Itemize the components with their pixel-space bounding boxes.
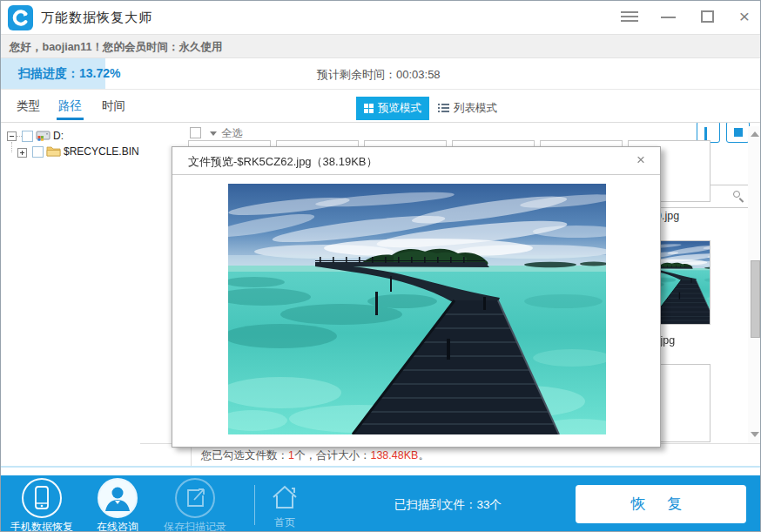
app-logo-icon [8,5,33,30]
select-all-caret-icon[interactable] [210,131,217,136]
menu-icon[interactable] [621,11,638,23]
modal-title: 文件预览-$RK5CZ62.jpg（38.19KB） [188,154,377,170]
footer-toolbar: 手机数据恢复 在线咨询 保存扫描记录 [1,475,761,532]
footer-top-line [1,466,761,468]
footer-item-label: 手机数据恢复 [9,520,75,532]
stop-icon [734,128,743,137]
footer-item-label: 保存扫描记录 [160,520,230,532]
search-icon[interactable] [733,191,744,202]
tab-path[interactable]: 路径 [58,98,82,114]
close-icon[interactable]: × [735,6,754,27]
selection-status: 您已勾选文件数：1个，合计大小：138.48KB。 [201,448,429,463]
recover-button[interactable]: 恢 复 [576,485,746,523]
footer-item-label: 在线咨询 [84,520,151,532]
status-text: 个，合计大小： [294,449,371,461]
list-view-icon [438,104,449,113]
export-icon [175,478,215,518]
scanned-count-label: 已扫描到文件：33个 [394,497,502,513]
stop-button[interactable] [726,121,750,143]
scan-progress-bar: 扫描进度：13.72% 预计剩余时间：00:03:58 [1,58,761,90]
greeting-bar: 您好，baojian11！您的会员时间：永久使用 [1,34,761,58]
preview-mode-label: 预览模式 [378,101,421,116]
phone-icon [22,478,62,518]
preview-mode-button[interactable]: 预览模式 [356,97,429,120]
footer-item-label: 首页 [262,515,307,530]
tab-time[interactable]: 时间 [102,98,125,114]
footer-item-save-scan[interactable]: 保存扫描记录 [160,478,230,532]
maximize-icon[interactable] [701,10,714,23]
tree-connector [11,142,12,152]
tree-checkbox-recycle-bin[interactable] [32,146,44,158]
tree-item-recycle-bin[interactable]: $RECYCLE.BIN [64,145,139,158]
app-title: 万能数据恢复大师 [41,10,152,26]
person-icon [98,478,138,518]
home-icon [270,484,300,510]
modal-separator [172,174,660,175]
preview-modal: 文件预览-$RK5CZ62.jpg（38.19KB） × [172,146,661,448]
folder-icon [46,145,61,157]
app-window: 万能数据恢复大师 × 您好，baojian11！您的会员时间：永久使用 扫描进度… [0,0,761,532]
tree-item-drive-d[interactable]: D: [53,130,64,142]
select-all-checkbox[interactable] [190,127,201,138]
tree-expand-icon[interactable] [17,148,27,158]
footer-item-home[interactable]: 首页 [262,484,307,530]
status-size: 138.48KB [370,449,418,461]
footer-item-online-consult[interactable]: 在线咨询 [84,478,151,532]
minimize-icon[interactable] [661,17,676,18]
grid-view-icon [364,104,374,113]
status-text: 您已勾选文件数： [201,449,288,461]
list-mode-button[interactable]: 列表模式 [434,97,501,120]
scrollbar-down-icon[interactable] [751,432,759,437]
tree-collapse-icon[interactable] [7,131,17,141]
pause-icon [704,127,713,138]
tree-checkbox-drive-d[interactable] [22,131,33,142]
list-mode-label: 列表模式 [454,101,497,116]
greeting-text: 您好，baojian11！您的会员时间：永久使用 [10,40,222,55]
preview-image [228,184,606,434]
tab-type[interactable]: 类型 [17,98,40,114]
modal-close-icon[interactable]: × [632,151,650,170]
scrollbar-up-icon[interactable] [751,131,759,137]
status-text: 。 [418,449,429,461]
footer-item-phone-recovery[interactable]: 手机数据恢复 [9,478,75,532]
footer-divider [254,485,255,525]
active-tab-underline [57,118,84,120]
select-all-label: 全选 [221,126,243,141]
scrollbar-thumb[interactable] [751,260,760,338]
eta-label: 预计剩余时间：00:03:58 [317,67,441,83]
status-count: 1 [288,449,294,461]
tab-bar: 类型 路径 时间 预览模式 列表模式 [1,90,761,123]
drive-icon [36,129,51,142]
scan-progress-label: 扫描进度：13.72% [18,66,120,82]
title-bar: 万能数据恢复大师 × [1,1,761,34]
